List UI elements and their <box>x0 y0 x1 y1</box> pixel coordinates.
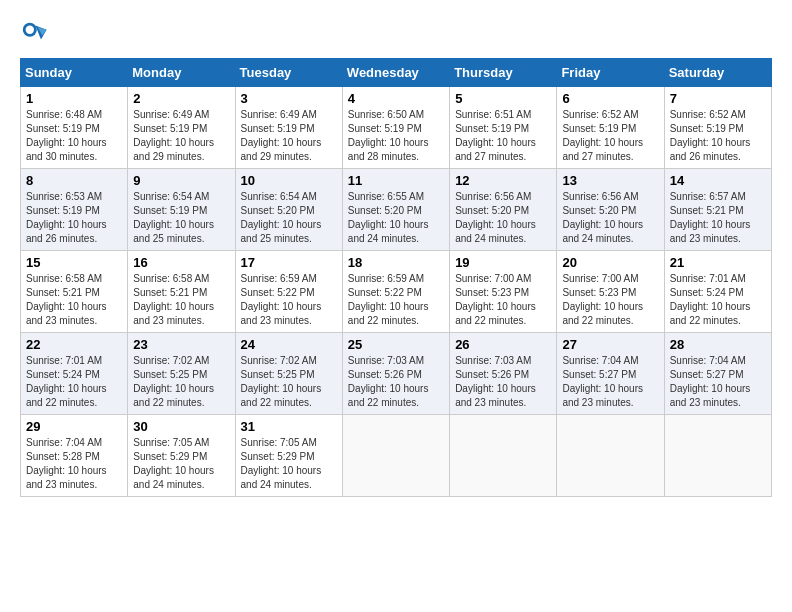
day-number: 6 <box>562 91 658 106</box>
day-info: Sunrise: 7:04 AM Sunset: 5:27 PM Dayligh… <box>670 354 766 410</box>
calendar-cell: 7Sunrise: 6:52 AM Sunset: 5:19 PM Daylig… <box>664 87 771 169</box>
calendar-cell: 10Sunrise: 6:54 AM Sunset: 5:20 PM Dayli… <box>235 169 342 251</box>
calendar-cell: 16Sunrise: 6:58 AM Sunset: 5:21 PM Dayli… <box>128 251 235 333</box>
day-number: 15 <box>26 255 122 270</box>
svg-point-1 <box>26 26 34 34</box>
calendar-cell: 8Sunrise: 6:53 AM Sunset: 5:19 PM Daylig… <box>21 169 128 251</box>
day-number: 25 <box>348 337 444 352</box>
day-info: Sunrise: 6:59 AM Sunset: 5:22 PM Dayligh… <box>241 272 337 328</box>
day-info: Sunrise: 7:05 AM Sunset: 5:29 PM Dayligh… <box>133 436 229 492</box>
calendar-cell: 30Sunrise: 7:05 AM Sunset: 5:29 PM Dayli… <box>128 415 235 497</box>
day-info: Sunrise: 7:00 AM Sunset: 5:23 PM Dayligh… <box>455 272 551 328</box>
day-number: 21 <box>670 255 766 270</box>
calendar-cell: 5Sunrise: 6:51 AM Sunset: 5:19 PM Daylig… <box>450 87 557 169</box>
day-info: Sunrise: 7:04 AM Sunset: 5:28 PM Dayligh… <box>26 436 122 492</box>
day-number: 18 <box>348 255 444 270</box>
day-number: 10 <box>241 173 337 188</box>
calendar-cell: 6Sunrise: 6:52 AM Sunset: 5:19 PM Daylig… <box>557 87 664 169</box>
calendar-cell: 4Sunrise: 6:50 AM Sunset: 5:19 PM Daylig… <box>342 87 449 169</box>
day-info: Sunrise: 6:55 AM Sunset: 5:20 PM Dayligh… <box>348 190 444 246</box>
day-info: Sunrise: 7:04 AM Sunset: 5:27 PM Dayligh… <box>562 354 658 410</box>
day-number: 17 <box>241 255 337 270</box>
calendar-cell: 31Sunrise: 7:05 AM Sunset: 5:29 PM Dayli… <box>235 415 342 497</box>
day-info: Sunrise: 6:49 AM Sunset: 5:19 PM Dayligh… <box>133 108 229 164</box>
day-info: Sunrise: 7:02 AM Sunset: 5:25 PM Dayligh… <box>133 354 229 410</box>
calendar-cell: 3Sunrise: 6:49 AM Sunset: 5:19 PM Daylig… <box>235 87 342 169</box>
calendar-week-row: 29Sunrise: 7:04 AM Sunset: 5:28 PM Dayli… <box>21 415 772 497</box>
calendar-cell <box>342 415 449 497</box>
calendar-cell: 1Sunrise: 6:48 AM Sunset: 5:19 PM Daylig… <box>21 87 128 169</box>
day-info: Sunrise: 6:56 AM Sunset: 5:20 PM Dayligh… <box>562 190 658 246</box>
day-info: Sunrise: 6:48 AM Sunset: 5:19 PM Dayligh… <box>26 108 122 164</box>
calendar-cell: 9Sunrise: 6:54 AM Sunset: 5:19 PM Daylig… <box>128 169 235 251</box>
calendar-cell: 19Sunrise: 7:00 AM Sunset: 5:23 PM Dayli… <box>450 251 557 333</box>
day-info: Sunrise: 7:03 AM Sunset: 5:26 PM Dayligh… <box>348 354 444 410</box>
calendar-cell: 13Sunrise: 6:56 AM Sunset: 5:20 PM Dayli… <box>557 169 664 251</box>
calendar-cell: 28Sunrise: 7:04 AM Sunset: 5:27 PM Dayli… <box>664 333 771 415</box>
day-info: Sunrise: 6:57 AM Sunset: 5:21 PM Dayligh… <box>670 190 766 246</box>
calendar-cell: 14Sunrise: 6:57 AM Sunset: 5:21 PM Dayli… <box>664 169 771 251</box>
calendar-cell: 2Sunrise: 6:49 AM Sunset: 5:19 PM Daylig… <box>128 87 235 169</box>
day-number: 1 <box>26 91 122 106</box>
col-wednesday: Wednesday <box>342 59 449 87</box>
calendar-table: Sunday Monday Tuesday Wednesday Thursday… <box>20 58 772 497</box>
day-info: Sunrise: 7:02 AM Sunset: 5:25 PM Dayligh… <box>241 354 337 410</box>
calendar-cell: 25Sunrise: 7:03 AM Sunset: 5:26 PM Dayli… <box>342 333 449 415</box>
day-info: Sunrise: 6:54 AM Sunset: 5:20 PM Dayligh… <box>241 190 337 246</box>
page-container: Sunday Monday Tuesday Wednesday Thursday… <box>20 20 772 497</box>
calendar-cell: 27Sunrise: 7:04 AM Sunset: 5:27 PM Dayli… <box>557 333 664 415</box>
calendar-cell: 23Sunrise: 7:02 AM Sunset: 5:25 PM Dayli… <box>128 333 235 415</box>
day-info: Sunrise: 7:03 AM Sunset: 5:26 PM Dayligh… <box>455 354 551 410</box>
calendar-week-row: 15Sunrise: 6:58 AM Sunset: 5:21 PM Dayli… <box>21 251 772 333</box>
day-number: 2 <box>133 91 229 106</box>
day-info: Sunrise: 7:05 AM Sunset: 5:29 PM Dayligh… <box>241 436 337 492</box>
day-number: 7 <box>670 91 766 106</box>
day-number: 11 <box>348 173 444 188</box>
day-number: 29 <box>26 419 122 434</box>
calendar-cell: 20Sunrise: 7:00 AM Sunset: 5:23 PM Dayli… <box>557 251 664 333</box>
col-saturday: Saturday <box>664 59 771 87</box>
day-number: 30 <box>133 419 229 434</box>
calendar-cell: 15Sunrise: 6:58 AM Sunset: 5:21 PM Dayli… <box>21 251 128 333</box>
day-number: 9 <box>133 173 229 188</box>
day-info: Sunrise: 6:56 AM Sunset: 5:20 PM Dayligh… <box>455 190 551 246</box>
logo-icon <box>20 20 48 48</box>
header <box>20 20 772 48</box>
day-number: 28 <box>670 337 766 352</box>
calendar-cell: 24Sunrise: 7:02 AM Sunset: 5:25 PM Dayli… <box>235 333 342 415</box>
day-info: Sunrise: 6:52 AM Sunset: 5:19 PM Dayligh… <box>562 108 658 164</box>
day-number: 26 <box>455 337 551 352</box>
day-number: 16 <box>133 255 229 270</box>
day-info: Sunrise: 6:52 AM Sunset: 5:19 PM Dayligh… <box>670 108 766 164</box>
day-number: 3 <box>241 91 337 106</box>
day-info: Sunrise: 6:54 AM Sunset: 5:19 PM Dayligh… <box>133 190 229 246</box>
calendar-cell: 12Sunrise: 6:56 AM Sunset: 5:20 PM Dayli… <box>450 169 557 251</box>
day-info: Sunrise: 6:58 AM Sunset: 5:21 PM Dayligh… <box>133 272 229 328</box>
calendar-cell: 11Sunrise: 6:55 AM Sunset: 5:20 PM Dayli… <box>342 169 449 251</box>
day-info: Sunrise: 7:01 AM Sunset: 5:24 PM Dayligh… <box>670 272 766 328</box>
day-number: 27 <box>562 337 658 352</box>
day-info: Sunrise: 7:00 AM Sunset: 5:23 PM Dayligh… <box>562 272 658 328</box>
day-number: 19 <box>455 255 551 270</box>
day-number: 14 <box>670 173 766 188</box>
col-tuesday: Tuesday <box>235 59 342 87</box>
day-number: 4 <box>348 91 444 106</box>
day-number: 24 <box>241 337 337 352</box>
day-number: 8 <box>26 173 122 188</box>
day-info: Sunrise: 7:01 AM Sunset: 5:24 PM Dayligh… <box>26 354 122 410</box>
calendar-cell <box>450 415 557 497</box>
day-info: Sunrise: 6:53 AM Sunset: 5:19 PM Dayligh… <box>26 190 122 246</box>
calendar-cell: 22Sunrise: 7:01 AM Sunset: 5:24 PM Dayli… <box>21 333 128 415</box>
calendar-header-row: Sunday Monday Tuesday Wednesday Thursday… <box>21 59 772 87</box>
col-monday: Monday <box>128 59 235 87</box>
calendar-cell: 17Sunrise: 6:59 AM Sunset: 5:22 PM Dayli… <box>235 251 342 333</box>
day-info: Sunrise: 6:59 AM Sunset: 5:22 PM Dayligh… <box>348 272 444 328</box>
day-number: 20 <box>562 255 658 270</box>
day-info: Sunrise: 6:51 AM Sunset: 5:19 PM Dayligh… <box>455 108 551 164</box>
calendar-week-row: 1Sunrise: 6:48 AM Sunset: 5:19 PM Daylig… <box>21 87 772 169</box>
col-sunday: Sunday <box>21 59 128 87</box>
col-friday: Friday <box>557 59 664 87</box>
day-number: 22 <box>26 337 122 352</box>
day-number: 13 <box>562 173 658 188</box>
calendar-cell: 29Sunrise: 7:04 AM Sunset: 5:28 PM Dayli… <box>21 415 128 497</box>
